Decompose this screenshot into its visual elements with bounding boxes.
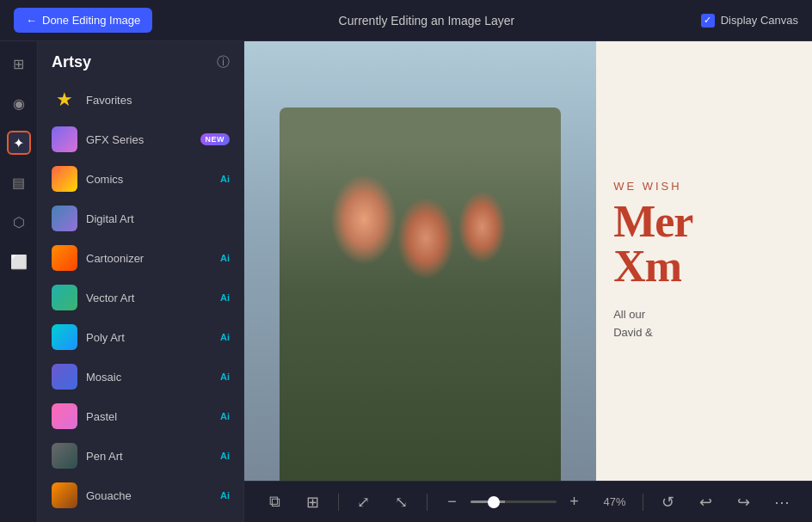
christmas-card: WE WISH MerXm All ourDavid & <box>596 41 812 481</box>
cartoonizer-thumb <box>52 245 77 271</box>
sidebar-item-digital-art[interactable]: Digital Art <box>38 199 243 238</box>
top-bar: ← Done Editing Image Currently Editing a… <box>0 0 812 41</box>
undo-icon[interactable]: ↩ <box>693 489 719 515</box>
gouache-ai-badge: Ai <box>220 490 230 501</box>
canvas-area: WE WISH MerXm All ourDavid & ⧉ ⊞ ⤢ ⤡ − +… <box>244 41 812 522</box>
sidebar-item-pastel[interactable]: PastelAi <box>38 396 243 436</box>
done-editing-label: Done Editing Image <box>42 14 140 27</box>
canvas-content: WE WISH MerXm All ourDavid & <box>244 41 812 481</box>
vector-art-label: Vector Art <box>86 292 212 304</box>
zoom-fill-icon[interactable]: ⤡ <box>389 489 415 515</box>
sidebar-item-gouache[interactable]: GouacheAi <box>38 476 243 515</box>
sidebar-item-comics[interactable]: ComicsAi <box>38 159 243 199</box>
zoom-fit-icon[interactable]: ⤢ <box>351 489 377 515</box>
sidebar-item-pen-art[interactable]: Pen ArtAi <box>38 436 243 476</box>
sidebar-item-mosaic[interactable]: MosaicAi <box>38 357 243 396</box>
family-photo <box>244 41 596 481</box>
toolbar-separator-1 <box>338 494 339 511</box>
zoom-percent-label: 47% <box>600 495 631 508</box>
poly-art-thumb <box>52 324 77 350</box>
vector-art-thumb <box>52 285 77 310</box>
gouache-thumb <box>52 482 77 508</box>
sidebar-header: Artsy ⓘ <box>38 41 243 80</box>
sidebar: Artsy ⓘ ★FavoritesGFX SeriesNEWComicsAiD… <box>38 41 244 522</box>
card-we-wish-text: WE WISH <box>613 180 795 193</box>
rail-crop-icon[interactable]: ⬜ <box>7 249 31 273</box>
comics-thumb <box>52 166 77 192</box>
favorites-label: Favorites <box>86 94 230 107</box>
sidebar-item-vector-art[interactable]: Vector ArtAi <box>38 278 243 317</box>
zoom-slider[interactable] <box>471 501 557 503</box>
pastel-thumb <box>52 403 77 429</box>
rail-layers-icon[interactable]: ▤ <box>7 170 31 194</box>
zoom-controls: − + <box>440 489 587 515</box>
more-icon[interactable]: ⋯ <box>769 489 795 515</box>
gfx-series-new-badge: NEW <box>200 133 231 145</box>
sidebar-item-poly-art[interactable]: Poly ArtAi <box>38 317 243 357</box>
display-canvas-wrap: Display Canvas <box>701 14 798 28</box>
pen-art-ai-badge: Ai <box>220 451 230 461</box>
info-icon[interactable]: ⓘ <box>217 54 230 71</box>
mosaic-ai-badge: Ai <box>220 372 230 382</box>
zoom-in-icon[interactable]: + <box>562 489 587 515</box>
pastel-ai-badge: Ai <box>220 411 230 421</box>
photo-area <box>244 41 596 481</box>
poly-art-label: Poly Art <box>86 331 212 344</box>
done-editing-button[interactable]: ← Done Editing Image <box>14 8 152 33</box>
mosaic-thumb <box>52 364 77 390</box>
pen-art-thumb <box>52 443 77 469</box>
sidebar-item-cartoonizer[interactable]: CartoonizerAi <box>38 238 243 278</box>
digital-art-thumb <box>52 206 77 231</box>
pastel-label: Pastel <box>86 410 212 423</box>
gfx-series-thumb <box>52 126 77 152</box>
zoom-out-icon[interactable]: − <box>440 489 465 515</box>
toolbar-separator-2 <box>427 494 428 511</box>
digital-art-label: Digital Art <box>86 212 230 225</box>
sidebar-title: Artsy <box>52 53 91 71</box>
reset-icon[interactable]: ↺ <box>655 489 681 515</box>
canvas-image-wrap: WE WISH MerXm All ourDavid & <box>244 41 812 481</box>
card-all-our-text: All ourDavid & <box>613 306 795 342</box>
gouache-label: Gouache <box>86 489 212 502</box>
mosaic-label: Mosaic <box>86 371 212 384</box>
comics-label: Comics <box>86 173 212 186</box>
gfx-series-label: GFX Series <box>86 133 192 146</box>
sidebar-item-favorites[interactable]: ★Favorites <box>38 80 243 120</box>
rail-effects-icon[interactable]: ✦ <box>7 131 31 155</box>
sidebar-item-gfx-series[interactable]: GFX SeriesNEW <box>38 120 243 159</box>
favorites-thumb: ★ <box>52 87 77 113</box>
vector-art-ai-badge: Ai <box>220 292 230 303</box>
rail-eye-icon[interactable]: ◉ <box>7 91 31 115</box>
back-arrow-icon: ← <box>26 14 37 27</box>
display-canvas-checkbox[interactable] <box>701 14 715 28</box>
card-merry-text: MerXm <box>613 200 795 289</box>
bottom-toolbar: ⧉ ⊞ ⤢ ⤡ − + 47% ↺ ↩ ↪ ⋯ <box>244 481 812 522</box>
sidebar-item-impressionist[interactable]: ImpressionistAi <box>38 515 243 522</box>
rail-adjust-icon[interactable]: ⊞ <box>7 52 31 76</box>
cartoonizer-ai-badge: Ai <box>220 253 230 263</box>
toolbar-separator-3 <box>643 494 643 511</box>
icon-rail: ⊞ ◉ ✦ ▤ ⬡ ⬜ <box>0 41 38 522</box>
cartoonizer-label: Cartoonizer <box>86 252 212 265</box>
sidebar-list: ★FavoritesGFX SeriesNEWComicsAiDigital A… <box>38 80 243 522</box>
main-area: ⊞ ◉ ✦ ▤ ⬡ ⬜ Artsy ⓘ ★FavoritesGFX Series… <box>0 41 812 522</box>
layers-tool-icon[interactable]: ⧉ <box>262 489 288 515</box>
pen-art-label: Pen Art <box>86 450 212 463</box>
display-canvas-label: Display Canvas <box>721 14 798 27</box>
poly-art-ai-badge: Ai <box>220 332 230 342</box>
grid-tool-icon[interactable]: ⊞ <box>300 489 326 515</box>
comics-ai-badge: Ai <box>220 174 230 184</box>
rail-mask-icon[interactable]: ⬡ <box>7 210 31 234</box>
page-title: Currently Editing an Image Layer <box>339 14 515 28</box>
redo-icon[interactable]: ↪ <box>731 489 757 515</box>
